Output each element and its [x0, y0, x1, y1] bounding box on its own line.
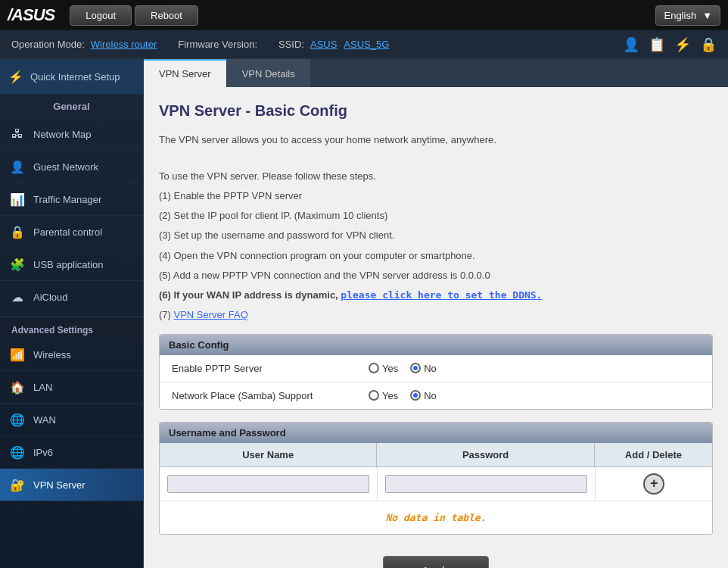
desc-line-7: (5) Add a new PPTP VPN connection and th…: [159, 267, 713, 284]
ssid-links: ASUS ASUS_5G: [310, 39, 394, 50]
aicloud-icon: ☁: [9, 289, 26, 305]
sidebar-item-ipv6-label: IPv6: [33, 447, 53, 458]
user-password-section: Username and Password User Name Password…: [159, 422, 713, 535]
sidebar-item-quick-setup-label: Quick Internet Setup: [30, 71, 120, 83]
wan-icon: 🌐: [9, 411, 26, 428]
sidebar-item-usb-application-label: USB application: [33, 259, 104, 270]
sidebar-item-parental-control[interactable]: 🔒 Parental control: [0, 216, 143, 248]
sidebar-item-aicloud[interactable]: ☁ AiCloud: [0, 281, 143, 314]
sidebar-item-wireless-label: Wireless: [33, 349, 71, 360]
mode-link[interactable]: Wireless router: [91, 39, 157, 50]
basic-config-header: Basic Config: [160, 335, 712, 355]
parental-control-icon: 🔒: [9, 223, 26, 240]
sidebar: ⚡ Quick Internet Setup General 🖧 Network…: [0, 59, 144, 568]
sidebar-divider: [0, 317, 143, 317]
traffic-manager-icon: 📊: [9, 191, 26, 208]
enable-pptp-yes-radio[interactable]: [369, 363, 379, 373]
enable-pptp-yes[interactable]: Yes: [369, 363, 398, 374]
logout-button[interactable]: Logout: [70, 5, 132, 26]
add-user-button[interactable]: +: [643, 473, 664, 495]
enable-pptp-no[interactable]: No: [410, 363, 437, 374]
layout: ⚡ Quick Internet Setup General 🖧 Network…: [0, 59, 728, 568]
operation-bar: Operation Mode: Wireless router Firmware…: [0, 30, 728, 59]
table-header-row: User Name Password Add / Delete: [160, 443, 712, 467]
sidebar-item-aicloud-label: AiCloud: [33, 292, 68, 303]
lock-icon: 🔒: [700, 36, 717, 53]
col-username: User Name: [160, 443, 377, 467]
copy-icon: 📋: [649, 36, 665, 53]
sidebar-general-header: General: [0, 95, 143, 118]
samba-support-label: Network Place (Samba) Support: [172, 390, 369, 401]
desc-line-1: The VPN server allows you to access your…: [159, 132, 713, 148]
asus-logo: /ASUS: [8, 5, 54, 25]
usb-icon: ⚡: [674, 36, 691, 53]
person-icon: 👤: [623, 36, 639, 53]
sidebar-advanced-header: Advanced Settings: [0, 320, 143, 339]
quick-setup-icon: ⚡: [8, 68, 24, 85]
col-password: Password: [377, 443, 594, 467]
password-input[interactable]: [385, 475, 587, 493]
samba-yes-radio[interactable]: [369, 390, 379, 401]
ssid-link-asus5g[interactable]: ASUS_5G: [344, 39, 389, 50]
top-nav-buttons: Logout Reboot: [70, 5, 198, 26]
wireless-icon: 📶: [9, 346, 26, 363]
samba-no-radio[interactable]: [410, 390, 421, 401]
desc-line-8: (6) If your WAN IP address is dynamic, p…: [159, 287, 713, 304]
sidebar-item-network-map[interactable]: 🖧 Network Map: [0, 118, 143, 151]
content-area: VPN Server - Basic Config The VPN server…: [144, 87, 728, 568]
table-input-row: +: [160, 467, 712, 501]
sidebar-item-wireless[interactable]: 📶 Wireless: [0, 339, 143, 371]
sidebar-item-parental-control-label: Parental control: [33, 226, 102, 238]
chevron-down-icon: ▼: [702, 10, 712, 21]
sidebar-item-vpn-server[interactable]: 🔐 VPN Server: [0, 469, 143, 501]
apply-bar: Apply: [159, 547, 713, 568]
sidebar-item-network-map-label: Network Map: [33, 129, 92, 140]
enable-pptp-label: Enable PPTP Server: [172, 363, 369, 374]
sidebar-item-guest-network[interactable]: 👤 Guest Network: [0, 151, 143, 183]
username-cell: [160, 467, 378, 501]
sidebar-item-usb-application[interactable]: 🧩 USB application: [0, 248, 143, 281]
faq-link[interactable]: VPN Server FAQ: [174, 309, 248, 320]
ssid-label: SSID:: [278, 39, 304, 50]
reboot-button[interactable]: Reboot: [135, 5, 198, 26]
desc-line-6: (4) Open the VPN connection program on y…: [159, 248, 713, 264]
sidebar-item-traffic-manager[interactable]: 📊 Traffic Manager: [0, 183, 143, 216]
add-delete-cell: +: [596, 467, 712, 501]
enable-pptp-no-radio[interactable]: [410, 363, 421, 373]
samba-yes[interactable]: Yes: [369, 390, 398, 401]
ssid-link-asus[interactable]: ASUS: [310, 39, 337, 50]
sidebar-item-wan[interactable]: 🌐 WAN: [0, 404, 143, 436]
top-bar: /ASUS Logout Reboot English ▼: [0, 0, 728, 30]
language-selector[interactable]: English ▼: [655, 5, 720, 26]
tab-vpn-server[interactable]: VPN Server: [144, 59, 227, 87]
guest-network-icon: 👤: [9, 158, 26, 175]
sidebar-item-lan[interactable]: 🏠 LAN: [0, 371, 143, 404]
main-content: VPN Server VPN Details VPN Server - Basi…: [144, 59, 728, 568]
language-label: English: [664, 10, 696, 21]
desc-line-3: (1) Enable the PPTP VPN server: [159, 188, 713, 204]
sidebar-item-guest-network-label: Guest Network: [33, 161, 98, 173]
basic-config-section: Basic Config Enable PPTP Server Yes No: [159, 334, 713, 410]
samba-support-row: Network Place (Samba) Support Yes No: [160, 382, 712, 409]
sidebar-item-wan-label: WAN: [33, 414, 56, 426]
col-add-delete: Add / Delete: [595, 443, 712, 467]
desc-line-4: (2) Set the IP pool for client IP. (Maxi…: [159, 208, 713, 224]
apply-button[interactable]: Apply: [383, 556, 489, 568]
enable-pptp-row: Enable PPTP Server Yes No: [160, 355, 712, 382]
sidebar-item-lan-label: LAN: [33, 382, 52, 393]
tab-vpn-details[interactable]: VPN Details: [227, 59, 311, 87]
desc-line-9: (7) VPN Server FAQ: [159, 307, 713, 323]
sidebar-item-quick-setup[interactable]: ⚡ Quick Internet Setup: [0, 59, 143, 95]
tab-bar: VPN Server VPN Details: [144, 59, 728, 87]
ddns-link[interactable]: please click here to set the DDNS.: [341, 289, 542, 301]
samba-support-options: Yes No: [369, 390, 437, 401]
usb-application-icon: 🧩: [9, 256, 26, 273]
password-cell: [378, 467, 596, 501]
username-input[interactable]: [167, 475, 369, 493]
user-password-header: Username and Password: [160, 423, 712, 443]
enable-pptp-options: Yes No: [369, 363, 437, 374]
samba-no[interactable]: No: [410, 390, 437, 401]
sidebar-item-ipv6[interactable]: 🌐 IPv6: [0, 436, 143, 469]
empty-table-message: No data in table.: [160, 501, 712, 534]
desc-line-2: To use the VPN server. Please follow the…: [159, 168, 713, 185]
